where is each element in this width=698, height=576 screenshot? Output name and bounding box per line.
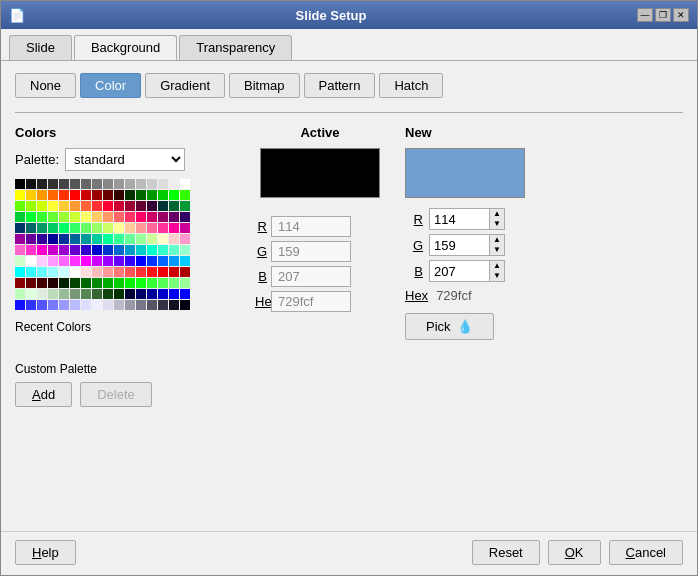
color-cell[interactable] — [70, 256, 80, 266]
color-cell[interactable] — [15, 300, 25, 310]
color-cell[interactable] — [26, 256, 36, 266]
color-cell[interactable] — [158, 212, 168, 222]
new-g-input[interactable] — [429, 234, 489, 256]
color-cell[interactable] — [81, 300, 91, 310]
color-cell[interactable] — [103, 289, 113, 299]
pick-button[interactable]: Pick 💧 — [405, 313, 494, 340]
color-cell[interactable] — [180, 245, 190, 255]
color-cell[interactable] — [136, 245, 146, 255]
color-cell[interactable] — [180, 190, 190, 200]
color-cell[interactable] — [158, 300, 168, 310]
color-cell[interactable] — [37, 234, 47, 244]
color-cell[interactable] — [114, 278, 124, 288]
color-cell[interactable] — [158, 278, 168, 288]
color-cell[interactable] — [15, 201, 25, 211]
color-cell[interactable] — [15, 289, 25, 299]
color-cell[interactable] — [70, 190, 80, 200]
color-cell[interactable] — [147, 190, 157, 200]
color-cell[interactable] — [103, 267, 113, 277]
color-cell[interactable] — [136, 267, 146, 277]
color-cell[interactable] — [81, 267, 91, 277]
color-cell[interactable] — [81, 201, 91, 211]
color-cell[interactable] — [37, 201, 47, 211]
color-cell[interactable] — [70, 179, 80, 189]
color-cell[interactable] — [81, 223, 91, 233]
color-cell[interactable] — [158, 223, 168, 233]
color-cell[interactable] — [158, 201, 168, 211]
color-cell[interactable] — [59, 179, 69, 189]
color-cell[interactable] — [114, 190, 124, 200]
color-cell[interactable] — [92, 256, 102, 266]
tab-slide[interactable]: Slide — [9, 35, 72, 60]
color-cell[interactable] — [125, 245, 135, 255]
color-cell[interactable] — [180, 179, 190, 189]
color-cell[interactable] — [103, 201, 113, 211]
color-cell[interactable] — [136, 201, 146, 211]
color-cell[interactable] — [92, 223, 102, 233]
color-cell[interactable] — [37, 278, 47, 288]
tab-transparency[interactable]: Transparency — [179, 35, 292, 60]
color-cell[interactable] — [147, 267, 157, 277]
color-cell[interactable] — [103, 300, 113, 310]
subtab-hatch[interactable]: Hatch — [379, 73, 443, 98]
color-cell[interactable] — [92, 201, 102, 211]
color-cell[interactable] — [169, 267, 179, 277]
color-cell[interactable] — [180, 212, 190, 222]
color-cell[interactable] — [125, 201, 135, 211]
color-cell[interactable] — [70, 234, 80, 244]
color-cell[interactable] — [125, 300, 135, 310]
subtab-bitmap[interactable]: Bitmap — [229, 73, 299, 98]
color-cell[interactable] — [147, 212, 157, 222]
color-cell[interactable] — [125, 223, 135, 233]
color-cell[interactable] — [48, 256, 58, 266]
color-cell[interactable] — [37, 267, 47, 277]
palette-select[interactable]: standard custom — [65, 148, 185, 171]
color-cell[interactable] — [136, 289, 146, 299]
color-cell[interactable] — [114, 300, 124, 310]
color-cell[interactable] — [114, 234, 124, 244]
color-cell[interactable] — [15, 245, 25, 255]
color-cell[interactable] — [136, 256, 146, 266]
subtab-none[interactable]: None — [15, 73, 76, 98]
color-cell[interactable] — [48, 212, 58, 222]
color-cell[interactable] — [169, 179, 179, 189]
color-cell[interactable] — [26, 212, 36, 222]
color-cell[interactable] — [70, 245, 80, 255]
color-cell[interactable] — [136, 234, 146, 244]
color-cell[interactable] — [26, 289, 36, 299]
color-cell[interactable] — [114, 256, 124, 266]
color-cell[interactable] — [147, 289, 157, 299]
color-cell[interactable] — [26, 267, 36, 277]
color-cell[interactable] — [59, 234, 69, 244]
color-cell[interactable] — [15, 190, 25, 200]
color-cell[interactable] — [180, 201, 190, 211]
color-cell[interactable] — [26, 223, 36, 233]
delete-button[interactable]: Delete — [80, 382, 152, 407]
color-cell[interactable] — [114, 201, 124, 211]
color-cell[interactable] — [26, 179, 36, 189]
color-cell[interactable] — [48, 278, 58, 288]
color-cell[interactable] — [147, 179, 157, 189]
color-cell[interactable] — [37, 190, 47, 200]
color-cell[interactable] — [114, 245, 124, 255]
cancel-button[interactable]: Cancel — [609, 540, 683, 565]
color-cell[interactable] — [158, 267, 168, 277]
color-cell[interactable] — [48, 267, 58, 277]
color-cell[interactable] — [114, 179, 124, 189]
color-cell[interactable] — [26, 234, 36, 244]
color-cell[interactable] — [15, 223, 25, 233]
subtab-color[interactable]: Color — [80, 73, 141, 98]
color-cell[interactable] — [81, 234, 91, 244]
color-cell[interactable] — [37, 300, 47, 310]
color-cell[interactable] — [147, 223, 157, 233]
color-cell[interactable] — [70, 278, 80, 288]
color-cell[interactable] — [37, 223, 47, 233]
color-cell[interactable] — [158, 289, 168, 299]
color-cell[interactable] — [114, 223, 124, 233]
color-cell[interactable] — [81, 212, 91, 222]
color-cell[interactable] — [26, 300, 36, 310]
minimize-button[interactable]: — — [637, 8, 653, 22]
color-cell[interactable] — [169, 289, 179, 299]
new-b-down-button[interactable]: ▼ — [490, 271, 504, 281]
color-cell[interactable] — [48, 190, 58, 200]
